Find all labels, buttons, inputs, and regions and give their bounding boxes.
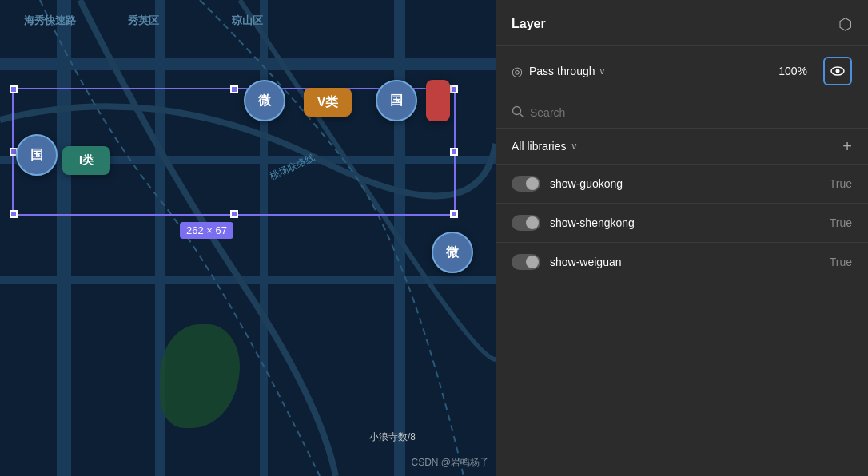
variable-name-2: show-weiguan — [550, 256, 820, 268]
blend-mode-arrow: ∨ — [599, 65, 606, 77]
svg-text:秀英区: 秀英区 — [128, 14, 159, 26]
eye-icon — [830, 65, 845, 77]
map-icon-guo-1[interactable]: 国 — [16, 134, 58, 176]
map-canvas: 桃场联络线 海秀快速路 秀英区 琼山区 262 × 67 国 I类 微 V类 国… — [0, 0, 496, 476]
search-input[interactable] — [530, 106, 852, 119]
map-icon-wei[interactable]: 微 — [244, 80, 285, 121]
variable-value-2: True — [830, 256, 852, 268]
panel-header-icon[interactable]: ⬡ — [838, 14, 852, 34]
visibility-toggle-button[interactable] — [823, 57, 852, 85]
blend-row: ◎ Pass through ∨ 100% — [496, 46, 868, 97]
bottom-label: 小浪寺数/8 — [369, 430, 416, 444]
blend-mode-label: Pass through — [529, 65, 595, 77]
libraries-selector[interactable]: All libraries ∨ — [512, 140, 578, 153]
layer-panel: Layer ⬡ ◎ Pass through ∨ 100% All li — [496, 0, 868, 476]
variable-row: show-shengkong True — [496, 204, 868, 243]
size-label: 262 × 67 — [180, 222, 233, 239]
blend-opacity[interactable]: 100% — [778, 65, 807, 77]
svg-text:琼山区: 琼山区 — [231, 14, 263, 26]
variable-row: show-guokong True — [496, 165, 868, 204]
variable-toggle-2[interactable] — [512, 254, 540, 270]
svg-line-14 — [520, 114, 524, 117]
variable-row: show-weiguan True — [496, 243, 868, 281]
variable-value-1: True — [830, 216, 852, 229]
blend-mode-selector[interactable]: Pass through ∨ — [529, 65, 772, 77]
variable-name-0: show-guokong — [550, 177, 820, 190]
variable-toggle-0[interactable] — [512, 176, 540, 192]
panel-header: Layer ⬡ — [496, 0, 868, 46]
panel-title: Layer — [512, 17, 546, 31]
add-variable-button[interactable]: + — [842, 138, 852, 154]
libraries-label-text: All libraries — [512, 140, 566, 153]
map-icon-i-lei[interactable]: I类 — [62, 146, 110, 175]
variable-name-1: show-shengkong — [550, 216, 820, 229]
svg-point-12 — [836, 69, 840, 73]
map-icon-v-lei[interactable]: V类 — [304, 88, 352, 117]
variable-value-0: True — [830, 177, 852, 190]
watermark: CSDN @岩鸣杨子 — [411, 456, 489, 470]
libraries-row: All libraries ∨ + — [496, 129, 868, 165]
search-row — [496, 97, 868, 129]
svg-text:海秀快速路: 海秀快速路 — [24, 14, 77, 26]
map-icon-red[interactable] — [426, 80, 450, 121]
blend-mode-icon: ◎ — [512, 64, 523, 79]
search-icon — [512, 105, 524, 120]
variable-toggle-1[interactable] — [512, 215, 540, 231]
map-icon-guo-2[interactable]: 国 — [376, 80, 417, 121]
libraries-arrow: ∨ — [571, 141, 578, 152]
variable-list: show-guokong True show-shengkong True sh… — [496, 165, 868, 476]
map-icon-wei-2[interactable]: 微 — [432, 232, 473, 273]
